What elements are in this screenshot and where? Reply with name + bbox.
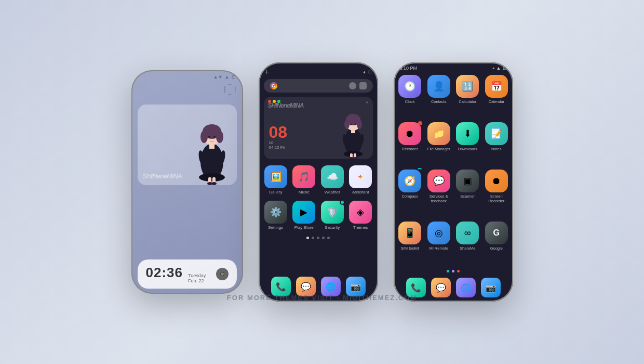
anime-character-left	[191, 110, 233, 185]
rpd-2	[452, 270, 454, 272]
app-contacts[interactable]: 👤 Contacts	[426, 75, 451, 118]
filemanager-label: File Manager	[427, 147, 450, 151]
shareme-icon[interactable]: ∞	[456, 222, 479, 244]
app-security[interactable]: 🛡️ Security	[319, 201, 346, 230]
app-themes[interactable]: ◈ Themes	[347, 201, 374, 230]
right-app-grid: 🕐 Clock 👤 Contacts 🔢 Calculator 📅 Calend…	[394, 72, 513, 268]
widget-time-area: 08 10 04:22 Fri	[269, 124, 288, 150]
app-calculator[interactable]: 🔢 Calculator	[455, 75, 480, 118]
google-icon[interactable]: G	[485, 222, 508, 244]
calculator-icon[interactable]: 🔢	[456, 75, 479, 98]
simtoolkit-icon[interactable]: 📱	[398, 222, 421, 244]
right-dock-camera[interactable]: 📷	[481, 278, 501, 297]
anime-title-left: SHINeneMINA	[143, 172, 182, 180]
recorder-label: Recorder	[402, 147, 418, 151]
app-recorder[interactable]: ⏺ Recorder	[398, 122, 423, 165]
app-gallery[interactable]: 🖼️ Gallery	[263, 165, 289, 194]
clock-date: Feb. 22	[188, 278, 206, 283]
app-miremote[interactable]: ◎ MI Remote	[426, 222, 451, 265]
notes-label: Notes	[491, 147, 502, 151]
widget-card: + SHINeneMINA 08 10 04:22 Fri	[264, 97, 373, 159]
right-page-dots	[394, 268, 513, 275]
widget-big-number: 08	[269, 124, 288, 140]
app-filemanager[interactable]: 📁 File Manager	[426, 122, 451, 165]
music-icon[interactable]: 🎵	[292, 165, 315, 188]
recorder-icon[interactable]: ⏺	[398, 122, 421, 145]
settings-icon[interactable]: ⚙️	[264, 201, 287, 224]
gallery-label: Gallery	[269, 190, 282, 194]
gallery-icon[interactable]: 🖼️	[264, 165, 287, 188]
app-music[interactable]: 🎵 Music	[291, 165, 317, 194]
clock-icon[interactable]: 🕐	[398, 75, 421, 98]
svg-point-18	[344, 120, 350, 129]
svg-point-8	[199, 173, 225, 181]
app-google[interactable]: G Google	[484, 222, 509, 265]
contacts-label: Contacts	[431, 99, 447, 104]
recorder-notif	[418, 121, 422, 125]
clock-app-label: Clock	[405, 99, 415, 104]
clock-time: 02:36	[146, 265, 183, 281]
center-plus[interactable]: +	[265, 68, 269, 76]
miremote-label: MI Remote	[429, 246, 448, 251]
app-grid-row1: 🖼️ Gallery 🎵 Music ☁️ Weather ✦ Assistan…	[259, 161, 378, 198]
screenrecorder-label: Screen Recorder	[484, 194, 509, 203]
right-dock-messages[interactable]: 💬	[431, 278, 451, 297]
app-screenrecorder[interactable]: ⏺ Screen Recorder	[484, 170, 509, 217]
app-clock[interactable]: 🕐 Clock	[398, 75, 423, 118]
weather-label: Weather	[325, 190, 340, 194]
downloads-label: Downloads	[458, 147, 477, 151]
compass-icon[interactable]: 🧭	[398, 170, 421, 192]
notes-icon[interactable]: 📝	[485, 122, 508, 145]
app-calendar[interactable]: 📅 Calendar	[484, 75, 509, 118]
calculator-label: Calculator	[459, 99, 476, 104]
rpd-3	[457, 270, 460, 272]
search-bar[interactable]: G	[264, 79, 373, 93]
app-services[interactable]: 💬 Services & feedback	[426, 170, 451, 217]
rpd-1	[447, 270, 449, 272]
simtoolkit-label: SIM toolkit	[401, 246, 419, 251]
svg-rect-22	[351, 130, 355, 133]
scanner-icon[interactable]: ▣	[456, 170, 479, 192]
app-simtoolkit[interactable]: 📱 SIM toolkit	[398, 222, 423, 265]
themes-label: Themes	[353, 225, 368, 230]
app-compass[interactable]: 🧭 Compass	[398, 170, 423, 217]
svg-point-19	[357, 120, 362, 129]
app-assistant[interactable]: ✦ Assistant	[347, 165, 374, 194]
watermark: FOR MORE THEMES VISIT - MIUITHEMEZ.COM	[227, 294, 417, 302]
contacts-icon[interactable]: 👤	[427, 75, 450, 98]
assistant-icon[interactable]: ✦	[349, 165, 372, 188]
right-status-time: 8:10 PM	[400, 66, 418, 71]
svg-point-3	[200, 131, 208, 143]
playstore-icon[interactable]: ▶	[292, 201, 315, 224]
app-playstore[interactable]: ▶ Play Store	[291, 201, 317, 230]
widget-time-info: 04:22 Fri	[269, 145, 288, 150]
app-grid-row2: ⚙️ Settings ▶ Play Store 🛡️ Security ◈	[259, 198, 378, 233]
shareme-label: ShareMe	[460, 246, 475, 251]
svg-point-12	[211, 182, 217, 185]
screenrecorder-icon[interactable]: ⏺	[485, 170, 508, 192]
calendar-icon[interactable]: 📅	[485, 75, 508, 98]
phone-right: 8:10 PM + ▲ ⊡ 🕐 Clock 👤 Contacts	[394, 62, 513, 302]
filemanager-icon[interactable]: 📁	[427, 122, 450, 145]
playstore-label: Play Store	[294, 225, 314, 230]
music-label: Music	[299, 190, 310, 194]
app-scanner[interactable]: ▣ Scanner	[455, 170, 480, 217]
services-icon[interactable]: 💬	[427, 170, 450, 192]
app-notes[interactable]: 📝 Notes	[484, 122, 509, 165]
app-settings[interactable]: ⚙️ Settings	[263, 201, 289, 230]
scanner-label: Scanner	[460, 194, 475, 199]
right-dock-browser[interactable]: 🌐	[456, 278, 476, 297]
themes-icon[interactable]: ◈	[349, 201, 372, 224]
app-weather[interactable]: ☁️ Weather	[319, 165, 346, 194]
weather-icon[interactable]: ☁️	[321, 165, 344, 188]
services-label: Services & feedback	[426, 194, 451, 203]
downloads-icon[interactable]: ⬇	[456, 122, 479, 145]
widget-title: SHINeneMINA	[268, 102, 304, 109]
app-downloads[interactable]: ⬇ Downloads	[455, 122, 480, 165]
svg-point-27	[353, 157, 357, 159]
google-label: Google	[490, 246, 503, 251]
app-shareme[interactable]: ∞ ShareMe	[455, 222, 480, 265]
security-icon[interactable]: 🛡️	[321, 201, 344, 224]
security-label: Security	[325, 225, 340, 230]
miremote-icon[interactable]: ◎	[427, 222, 450, 244]
